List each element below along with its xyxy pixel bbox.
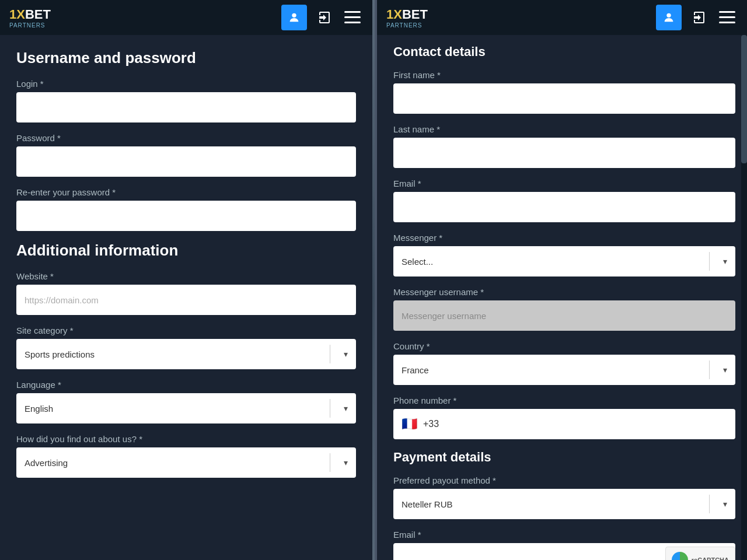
last-name-label: Last name * <box>393 124 735 134</box>
svg-rect-7 <box>719 22 735 23</box>
country-label: Country * <box>393 341 735 351</box>
site-category-select[interactable]: Sports predictions <box>16 339 356 369</box>
recaptcha-logo-icon <box>672 552 688 560</box>
country-select[interactable]: France <box>393 355 735 385</box>
right-panel: 1XBET PARTNERS <box>375 0 747 560</box>
svg-rect-6 <box>719 16 735 18</box>
scrollbar-thumb[interactable] <box>741 35 747 163</box>
first-name-label: First name * <box>393 70 735 80</box>
left-form-content: Username and password Login * Password *… <box>0 35 372 502</box>
how-found-select[interactable]: Advertising <box>16 447 356 478</box>
payout-method-select[interactable]: Neteller RUB <box>393 489 735 519</box>
phone-number-input[interactable] <box>423 419 727 429</box>
reenter-password-label: Re-enter your password * <box>16 187 356 197</box>
login-label: Login * <box>16 79 356 89</box>
right-form-content: Contact details First name * Last name *… <box>377 35 747 560</box>
email-label: Email * <box>393 178 735 188</box>
logo-partners-text: PARTNERS <box>9 22 51 29</box>
last-name-input[interactable] <box>393 138 735 168</box>
user-icon <box>288 11 301 24</box>
language-select[interactable]: English <box>16 393 356 424</box>
first-name-input[interactable] <box>393 83 735 114</box>
right-login-button[interactable] <box>689 7 710 28</box>
left-header: 1XBET PARTNERS <box>0 0 372 35</box>
login-icon <box>317 10 331 24</box>
messenger-select-divider <box>709 252 710 271</box>
svg-point-4 <box>666 13 671 18</box>
right-logo-partners-text: PARTNERS <box>386 22 428 29</box>
messenger-username-input[interactable] <box>393 300 735 331</box>
right-login-icon <box>692 10 706 24</box>
email-input[interactable] <box>393 192 735 222</box>
logo-1x-text: 1X <box>9 7 25 22</box>
site-category-label: Site category * <box>16 326 356 335</box>
how-found-wrapper: Advertising ▾ <box>16 447 356 478</box>
menu-button[interactable] <box>342 7 363 28</box>
right-logo-1x-text: 1X <box>386 7 402 22</box>
user-profile-button[interactable] <box>281 5 307 30</box>
messenger-select[interactable]: Select... <box>393 246 735 276</box>
left-panel: 1XBET PARTNERS Username an <box>0 0 372 560</box>
username-section-title: Username and password <box>16 49 356 67</box>
svg-rect-1 <box>344 11 361 13</box>
right-logo-bet-text: BET <box>402 7 428 22</box>
right-menu-icon <box>719 11 735 24</box>
country-select-divider <box>709 360 710 379</box>
right-user-profile-button[interactable] <box>656 5 682 30</box>
messenger-username-label: Messenger username * <box>393 287 735 297</box>
phone-field: 🇫🇷 <box>393 409 735 439</box>
site-category-wrapper: Sports predictions ▾ <box>16 339 356 369</box>
svg-rect-2 <box>344 16 361 18</box>
right-scroll-area: Contact details First name * Last name *… <box>377 35 747 560</box>
svg-rect-3 <box>344 22 361 23</box>
logo-bet-text: BET <box>25 7 51 22</box>
messenger-label: Messenger * <box>393 233 735 243</box>
country-wrapper: France ▾ <box>393 355 735 385</box>
how-found-select-divider <box>330 453 330 472</box>
language-wrapper: English ▾ <box>16 393 356 424</box>
payout-method-wrapper: Neteller RUB ▾ <box>393 489 735 519</box>
login-input[interactable] <box>16 92 356 123</box>
select-divider <box>330 345 330 363</box>
website-label: Website * <box>16 271 356 281</box>
how-found-label: How did you find out about us? * <box>16 434 356 444</box>
scrollbar-track <box>741 35 747 560</box>
recaptcha-widget: reCAPTCHA Privacy - Terms <box>665 547 735 560</box>
right-header: 1XBET PARTNERS <box>377 0 747 35</box>
payment-email-label: Email * <box>393 530 735 540</box>
language-select-divider <box>330 399 330 418</box>
additional-section-title: Additional information <box>16 242 356 260</box>
language-label: Language * <box>16 380 356 390</box>
payment-section-title: Payment details <box>393 450 735 465</box>
right-menu-button[interactable] <box>717 7 738 28</box>
reenter-password-input[interactable] <box>16 201 356 231</box>
contact-section-title: Contact details <box>393 44 735 60</box>
payout-method-label: Preferred payout method * <box>393 475 735 485</box>
phone-flag: 🇫🇷 <box>402 416 417 432</box>
messenger-wrapper: Select... ▾ <box>393 246 735 276</box>
payout-select-divider <box>709 495 710 513</box>
right-logo: 1XBET PARTNERS <box>386 7 428 29</box>
password-label: Password * <box>16 133 356 143</box>
login-button[interactable] <box>314 7 335 28</box>
website-input[interactable] <box>16 285 356 315</box>
right-user-icon <box>662 11 675 24</box>
svg-rect-5 <box>719 11 735 13</box>
password-input[interactable] <box>16 146 356 177</box>
phone-label: Phone number * <box>393 396 735 405</box>
left-logo: 1XBET PARTNERS <box>9 7 51 29</box>
menu-icon <box>344 11 361 24</box>
svg-point-0 <box>292 13 296 18</box>
